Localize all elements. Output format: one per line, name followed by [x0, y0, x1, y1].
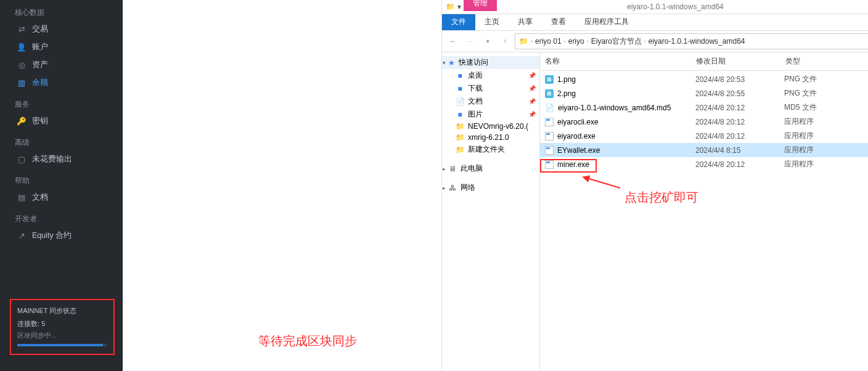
user-icon: 👤: [17, 43, 26, 52]
tab-home[interactable]: 主页: [475, 14, 509, 30]
network[interactable]: ▸🖧网络: [442, 181, 539, 194]
asset-icon: ◎: [17, 60, 26, 70]
sync-progress: [17, 344, 107, 346]
file-list-pane: 名称 修改日期 类型 大小 点击挖矿即可 ▦1.png2024/4/8 20:5…: [540, 52, 868, 371]
box-icon: ▢: [17, 155, 26, 164]
section-dev: 开发者: [0, 206, 123, 227]
annotation-click-mining: 点击挖矿即可: [624, 189, 698, 206]
tab-manage[interactable]: 管理: [464, 0, 497, 11]
file-row[interactable]: eiyarod.exe2024/4/8 20:12应用程序29,186 KB: [540, 129, 868, 143]
chart-icon: ▥: [17, 78, 26, 88]
up-button[interactable]: ↑: [497, 34, 512, 49]
navigation-pane: ▾★快速访问 ■桌面📌■下载📌📄文档📌■图片📌📁NEVOmrig-v6.20.(…: [442, 52, 540, 371]
file-list: 点击挖矿即可 ▦1.png2024/4/8 20:53PNG 文件25 KB▦2…: [540, 71, 868, 371]
navpane-item[interactable]: ■下载📌: [442, 82, 539, 95]
col-name[interactable]: 名称: [540, 52, 691, 70]
navpane-item[interactable]: 📁NEVOmrig-v6.20.(: [442, 121, 539, 132]
ribbon-tabs: 文件 主页 共享 查看 应用程序工具: [442, 14, 868, 31]
wallet-sidebar: 核心数据 ⇄交易 👤账户 ◎资产 ▥余额 服务 🔑密钥 高级 ▢未花费输出 帮助…: [0, 0, 123, 371]
this-pc[interactable]: ▸🖥此电脑: [442, 162, 539, 175]
pc-icon: 🖥: [448, 165, 457, 173]
navpane-item[interactable]: ■图片📌: [442, 108, 539, 121]
tab-apptools[interactable]: 应用程序工具: [575, 14, 638, 30]
nav-docs[interactable]: ▤文档: [0, 189, 123, 206]
file-row[interactable]: eiyarocli.exe2024/4/8 20:12应用程序16,869 KB: [540, 115, 868, 129]
quick-access[interactable]: ▾★快速访问: [442, 56, 539, 69]
tab-view[interactable]: 查看: [542, 14, 575, 30]
nav-assets[interactable]: ◎资产: [0, 56, 123, 74]
tab-file[interactable]: 文件: [442, 14, 475, 30]
file-row[interactable]: miner.exe2024/4/8 20:12应用程序10,645 KB: [540, 157, 868, 171]
col-date[interactable]: 修改日期: [691, 52, 780, 70]
col-type[interactable]: 类型: [780, 52, 853, 70]
nav-utxo[interactable]: ▢未花费输出: [0, 150, 123, 168]
folder-icon: 📁: [519, 37, 528, 46]
content-pane: 等待完成区块同步 📁 ▾ 管理 eiyaro-1.0.1-windows_amd…: [123, 0, 868, 371]
annotation-arrow: [584, 177, 621, 189]
recent-dropdown[interactable]: ▾: [480, 34, 495, 49]
status-connections: 连接数: 5: [17, 319, 107, 328]
svg-line-0: [587, 178, 620, 188]
section-services: 服务: [0, 92, 123, 112]
nav-balance[interactable]: ▥余额: [0, 74, 123, 92]
navpane-item[interactable]: 📁新建文件夹: [442, 143, 539, 156]
swap-icon: ⇄: [17, 25, 26, 34]
navpane-item[interactable]: ■桌面📌: [442, 69, 539, 82]
section-help: 帮助: [0, 168, 123, 189]
contract-icon: ↗: [17, 231, 26, 240]
address-bar-row: ← → ▾ ↑ 📁› eriyo 01› eriyo› Eiyaro官方节点› …: [442, 31, 868, 52]
back-button[interactable]: ←: [446, 34, 461, 49]
file-row[interactable]: ▦1.png2024/4/8 20:53PNG 文件25 KB: [540, 72, 868, 86]
titlebar-row: 📁 ▾ 管理 eiyaro-1.0.1-windows_amd64: [442, 0, 868, 14]
nav-keys[interactable]: 🔑密钥: [0, 112, 123, 130]
forward-button[interactable]: →: [463, 34, 478, 49]
col-size[interactable]: 大小: [853, 52, 868, 70]
nav-transactions[interactable]: ⇄交易: [0, 20, 123, 38]
network-icon: 🖧: [448, 184, 457, 192]
window-title: eiyaro-1.0.1-windows_amd64: [627, 2, 724, 11]
tab-share[interactable]: 共享: [509, 14, 542, 30]
file-explorer-window: 📁 ▾ 管理 eiyaro-1.0.1-windows_amd64 文件 主页 …: [441, 0, 868, 371]
status-title: MAINNET 同步状态: [17, 306, 107, 316]
file-row[interactable]: EYwallet.exe2024/4/4 8:15应用程序2,539 KB: [540, 143, 868, 157]
annotation-wait-sync: 等待完成区块同步: [258, 333, 357, 349]
key-icon: 🔑: [17, 116, 26, 126]
file-row[interactable]: ▦2.png2024/4/8 20:55PNG 文件10 KB: [540, 86, 868, 100]
sync-status-box: MAINNET 同步状态 连接数: 5 区块同步中...: [10, 299, 115, 355]
file-row[interactable]: 📄eiyaro-1.0.1-windows_amd64.md52024/4/8 …: [540, 100, 868, 115]
doc-icon: ▤: [17, 193, 26, 202]
navpane-item[interactable]: 📄文档📌: [442, 95, 539, 108]
nav-accounts[interactable]: 👤账户: [0, 38, 123, 56]
nav-equity[interactable]: ↗Equity 合约: [0, 227, 123, 245]
breadcrumb[interactable]: 📁› eriyo 01› eriyo› Eiyaro官方节点› eiyaro-1…: [515, 33, 868, 49]
section-advanced: 高级: [0, 130, 123, 150]
status-syncing: 区块同步中...: [17, 331, 107, 340]
column-headers: 名称 修改日期 类型 大小: [540, 52, 868, 71]
folder-icon: 📁: [446, 2, 455, 11]
navpane-item[interactable]: 📁xmrig-6.21.0: [442, 132, 539, 143]
section-core: 核心数据: [0, 0, 123, 20]
